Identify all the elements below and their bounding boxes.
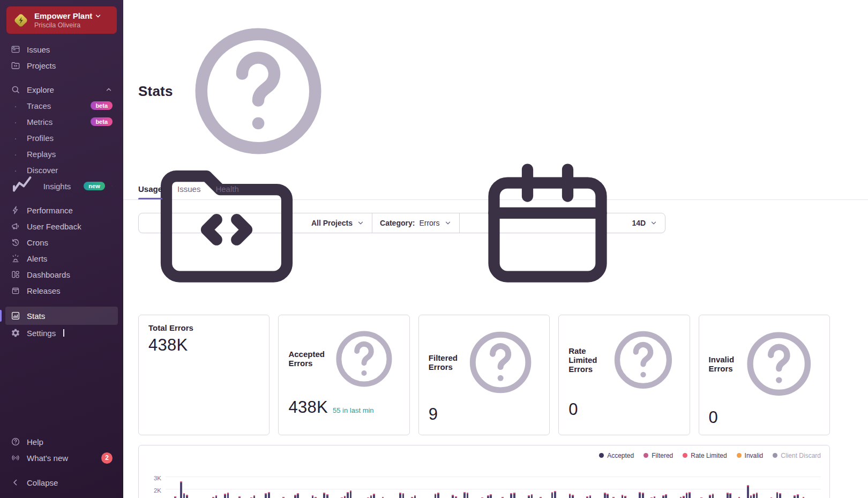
legend-item-rate-limited[interactable]: Rate Limited bbox=[683, 452, 727, 459]
text-cursor bbox=[63, 329, 64, 337]
sidebar-item-settings[interactable]: Settings bbox=[5, 325, 118, 341]
usage-chart: 05001K2K2K3K bbox=[144, 465, 821, 498]
sidebar-item-replays[interactable]: ·Replays bbox=[5, 146, 118, 162]
bar bbox=[572, 495, 574, 498]
bar bbox=[238, 496, 241, 498]
sentry-org-logo-icon bbox=[13, 12, 29, 28]
question-circle-icon[interactable] bbox=[461, 323, 540, 402]
sidebar-item-label: Crons bbox=[27, 238, 48, 247]
date-range-filter[interactable]: 14D bbox=[459, 213, 665, 233]
legend-label: Rate Limited bbox=[691, 452, 727, 459]
chevron-down-icon bbox=[357, 219, 364, 227]
sidebar-item-metrics[interactable]: ·Metricsbeta bbox=[5, 114, 118, 130]
sidebar-item-crons[interactable]: Crons bbox=[5, 234, 118, 250]
new-badge: new bbox=[84, 182, 104, 190]
stat-card-value: 438K bbox=[148, 336, 188, 355]
legend-item-accepted[interactable]: Accepted bbox=[599, 452, 634, 459]
sidebar-item-projects[interactable]: Projects bbox=[5, 57, 118, 73]
legend-item-filtered[interactable]: Filtered bbox=[643, 452, 673, 459]
org-switcher[interactable]: Empower Plant Priscila Oliveira bbox=[6, 6, 117, 34]
sidebar-item-label: Projects bbox=[27, 61, 56, 70]
bar bbox=[183, 493, 185, 498]
stat-card-label-row: Total Errors bbox=[148, 323, 259, 332]
clock-icon bbox=[11, 237, 20, 247]
bar bbox=[373, 494, 375, 498]
project-filter-value: All Projects bbox=[311, 219, 353, 227]
bar bbox=[642, 493, 644, 498]
bar bbox=[402, 493, 405, 498]
legend-label: Accepted bbox=[607, 452, 634, 459]
bar bbox=[224, 494, 226, 498]
beta-badge: beta bbox=[91, 101, 113, 110]
sidebar-item-label: Replays bbox=[27, 150, 56, 159]
sidebar-item-alerts[interactable]: Alerts bbox=[5, 250, 118, 266]
usage-chart-panel: AcceptedFilteredRate LimitedInvalidClien… bbox=[138, 445, 830, 498]
sidebar-item-label: User Feedback bbox=[27, 222, 81, 231]
bullet-icon: · bbox=[11, 150, 20, 159]
bar bbox=[399, 493, 401, 498]
bar bbox=[797, 494, 799, 498]
chart-plot-area bbox=[166, 465, 821, 498]
sidebar-item-what-s-new[interactable]: What's new2 bbox=[5, 450, 118, 466]
bar bbox=[709, 495, 711, 498]
page-filter-bar: All Projects Category: Errors 14D bbox=[138, 213, 665, 233]
legend-item-client-discard[interactable]: Client Discard bbox=[773, 452, 821, 459]
legend-label: Invalid bbox=[745, 452, 764, 459]
project-filter[interactable]: All Projects bbox=[139, 213, 372, 233]
stat-card-label: Rate Limited Errors bbox=[568, 346, 603, 374]
question-circle-icon[interactable] bbox=[738, 323, 820, 405]
bullet-icon: · bbox=[11, 101, 20, 110]
bar bbox=[180, 481, 182, 498]
category-filter[interactable]: Category: Errors bbox=[372, 213, 459, 233]
sidebar-item-stats[interactable]: Stats bbox=[5, 307, 118, 325]
stat-card-label-row: Accepted Errors bbox=[288, 323, 399, 395]
sidebar-item-releases[interactable]: Releases bbox=[5, 283, 118, 299]
bar bbox=[452, 495, 454, 498]
sidebar-item-label: Collapse bbox=[27, 478, 58, 487]
question-circle-icon[interactable] bbox=[328, 323, 400, 395]
gear-icon bbox=[11, 328, 20, 338]
y-axis-labels: 05001K2K2K3K bbox=[144, 465, 166, 498]
date-range-filter-value: 14D bbox=[632, 219, 646, 227]
tab-usage[interactable]: Usage bbox=[138, 184, 162, 199]
sidebar-item-label: What's new bbox=[27, 454, 68, 463]
sidebar-item-performance[interactable]: Performance bbox=[5, 202, 118, 218]
insights-icon bbox=[11, 172, 37, 200]
sidebar-item-dashboards[interactable]: Dashboards bbox=[5, 266, 118, 283]
active-item-accent bbox=[0, 310, 2, 322]
legend-dot bbox=[643, 453, 648, 458]
chart-legend: AcceptedFilteredRate LimitedInvalidClien… bbox=[139, 445, 829, 459]
sidebar-collapse-button[interactable]: Collapse bbox=[5, 474, 118, 490]
sidebar-item-issues[interactable]: Issues bbox=[5, 41, 118, 57]
bar bbox=[712, 494, 714, 498]
bar bbox=[665, 494, 667, 498]
sidebar-item-help[interactable]: Help bbox=[5, 434, 118, 450]
dashboards-icon bbox=[11, 270, 20, 279]
sidebar-item-label: Traces bbox=[27, 101, 51, 110]
bar bbox=[607, 494, 609, 498]
bar bbox=[463, 492, 466, 498]
bar bbox=[776, 492, 779, 498]
chevron-up-icon bbox=[105, 86, 113, 93]
legend-item-invalid[interactable]: Invalid bbox=[737, 452, 764, 459]
bar bbox=[662, 495, 664, 498]
stat-cards: Total Errors438KAccepted Errors438K55 in… bbox=[138, 315, 830, 435]
tab-health[interactable]: Health bbox=[215, 184, 238, 199]
bar bbox=[347, 492, 349, 498]
sidebar-item-profiles[interactable]: ·Profiles bbox=[5, 130, 118, 146]
page-title: Stats bbox=[138, 83, 173, 100]
sidebar-item-explore[interactable]: Explore bbox=[5, 81, 118, 98]
broadcast-icon bbox=[11, 453, 20, 463]
bar bbox=[554, 491, 556, 498]
bar bbox=[174, 496, 176, 498]
sidebar-item-insights[interactable]: Insightsnew bbox=[5, 178, 118, 194]
stat-card-label-row: Invalid Errors bbox=[709, 323, 820, 405]
issues-icon bbox=[11, 44, 20, 54]
sidebar-item-user-feedback[interactable]: User Feedback bbox=[5, 218, 118, 234]
bar bbox=[312, 495, 314, 498]
y-axis-tick: 3K bbox=[154, 475, 161, 481]
question-circle-icon[interactable] bbox=[607, 323, 680, 397]
projects-icon bbox=[11, 61, 20, 70]
sidebar-item-traces[interactable]: ·Tracesbeta bbox=[5, 98, 118, 114]
tab-issues[interactable]: Issues bbox=[177, 184, 200, 199]
